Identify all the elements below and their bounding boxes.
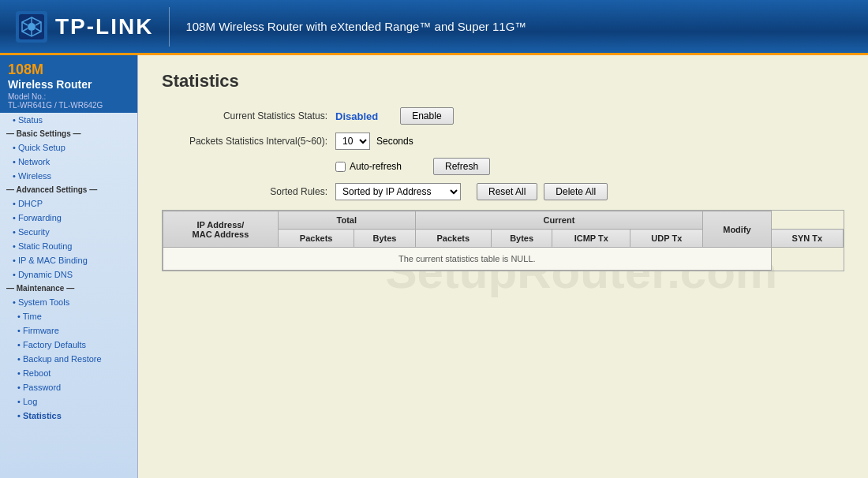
sidebar-item-forwarding[interactable]: Forwarding	[0, 211, 137, 225]
sidebar-item-status[interactable]: Status	[0, 113, 137, 127]
sidebar-item-log[interactable]: Log	[0, 394, 137, 409]
interval-select[interactable]: 10 5 15 20 30 60	[335, 133, 370, 150]
sidebar-item-static-routing[interactable]: Static Routing	[0, 239, 137, 253]
col-syn: SYN Tx	[771, 230, 843, 248]
status-value-area: Disabled Enable	[335, 107, 454, 125]
col-udp: UDP Tx	[630, 230, 703, 248]
sidebar-item-reboot[interactable]: Reboot	[0, 366, 137, 380]
empty-message: The current statistics table is NULL.	[163, 248, 772, 271]
status-row: Current Statistics Status: Disabled Enab…	[162, 107, 844, 125]
reset-all-button[interactable]: Reset All	[477, 183, 537, 200]
page-title: Statistics	[162, 71, 844, 91]
layout: 108M Wireless Router Model No.: TL-WR641…	[0, 55, 868, 478]
sidebar-item-factory-defaults[interactable]: Factory Defaults	[0, 338, 137, 352]
sidebar-model-108m: 108M	[8, 62, 129, 78]
sidebar-section-advanced: — Advanced Settings —	[0, 183, 137, 196]
col-ip-address: IP Address/ MAC Address	[163, 211, 279, 248]
sidebar-item-quick-setup[interactable]: Quick Setup	[0, 140, 137, 155]
autorefresh-label: Auto-refresh	[350, 161, 402, 172]
table-empty-row: The current statistics table is NULL.	[163, 248, 844, 271]
sidebar-item-password[interactable]: Password	[0, 380, 137, 394]
col-total-bytes: Bytes	[354, 230, 415, 248]
interval-value-area: 10 5 15 20 30 60 Seconds	[335, 133, 413, 150]
sidebar-wireless-router: Wireless Router	[8, 78, 129, 91]
sidebar-item-wireless[interactable]: Wireless	[0, 169, 137, 183]
header: TP-LINK 108M Wireless Router with eXtend…	[0, 0, 868, 55]
form-section: Current Statistics Status: Disabled Enab…	[162, 107, 844, 271]
sidebar-item-backup-restore[interactable]: Backup and Restore	[0, 352, 137, 366]
seconds-label: Seconds	[376, 136, 413, 147]
svg-point-3	[28, 23, 36, 31]
sidebar-item-time[interactable]: Time	[0, 309, 137, 323]
sidebar-item-ip-mac-binding[interactable]: IP & MAC Binding	[0, 253, 137, 267]
enable-button[interactable]: Enable	[400, 107, 453, 125]
sidebar-model-no-label: Model No.: TL-WR641G / TL-WR642G	[8, 92, 129, 110]
col-current-bytes: Bytes	[492, 230, 552, 248]
refresh-button[interactable]: Refresh	[433, 158, 490, 175]
header-divider	[169, 7, 170, 47]
interval-row: Packets Statistics Interval(5~60): 10 5 …	[162, 133, 844, 150]
sorted-value-area: Sorted by IP Address Sorted by MAC Addre…	[335, 183, 608, 200]
autorefresh-row: Auto-refresh Refresh	[335, 158, 844, 175]
statistics-table: IP Address/ MAC Address Total Current Mo…	[163, 211, 844, 271]
delete-all-button[interactable]: Delete All	[544, 183, 608, 200]
main-content: SetupRouter.com Statistics Current Stati…	[138, 55, 868, 478]
sidebar-item-firmware[interactable]: Firmware	[0, 323, 137, 338]
sidebar-section-maintenance: — Maintenance —	[0, 282, 137, 295]
sorted-label: Sorted Rules:	[162, 186, 335, 197]
col-total-packets: Packets	[278, 230, 354, 248]
interval-label: Packets Statistics Interval(5~60):	[162, 136, 335, 147]
col-current-packets: Packets	[415, 230, 491, 248]
logo-text: TP-LINK	[55, 14, 153, 39]
tp-link-logo-icon	[16, 11, 47, 43]
sidebar-item-network[interactable]: Network	[0, 155, 137, 169]
sidebar-item-dynamic-dns[interactable]: Dynamic DNS	[0, 267, 137, 282]
logo-area: TP-LINK	[16, 11, 153, 43]
sidebar-item-statistics[interactable]: Statistics	[0, 409, 137, 423]
col-icmp: ICMP Tx	[552, 230, 630, 248]
sorted-row: Sorted Rules: Sorted by IP Address Sorte…	[162, 183, 844, 200]
table-group-header-row: IP Address/ MAC Address Total Current Mo…	[163, 211, 844, 230]
col-modify: Modify	[703, 211, 771, 248]
status-label: Current Statistics Status:	[162, 110, 335, 121]
header-title: 108M Wireless Router with eXtended Range…	[185, 20, 526, 33]
autorefresh-checkbox[interactable]	[335, 162, 346, 172]
col-total-group: Total	[278, 211, 415, 230]
sidebar: 108M Wireless Router Model No.: TL-WR641…	[0, 55, 138, 478]
sorted-select[interactable]: Sorted by IP Address Sorted by MAC Addre…	[335, 183, 461, 200]
sidebar-section-basic: — Basic Settings —	[0, 127, 137, 140]
sidebar-item-security[interactable]: Security	[0, 225, 137, 239]
col-current-group: Current	[415, 211, 703, 230]
sidebar-brand: 108M Wireless Router Model No.: TL-WR641…	[0, 55, 137, 113]
status-value: Disabled	[335, 110, 378, 122]
sidebar-item-system-tools[interactable]: System Tools	[0, 295, 137, 309]
sidebar-item-dhcp[interactable]: DHCP	[0, 196, 137, 211]
table-wrapper: IP Address/ MAC Address Total Current Mo…	[162, 210, 844, 271]
